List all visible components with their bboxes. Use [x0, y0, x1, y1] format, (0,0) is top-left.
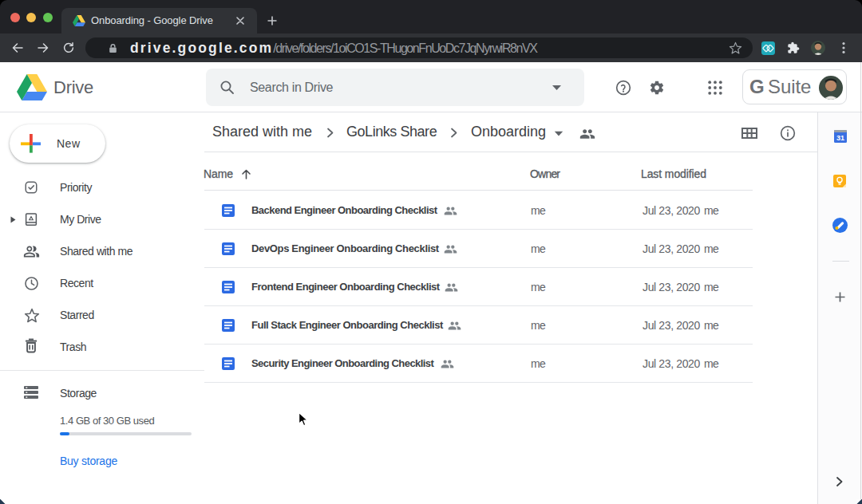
- svg-text:31: 31: [836, 134, 844, 142]
